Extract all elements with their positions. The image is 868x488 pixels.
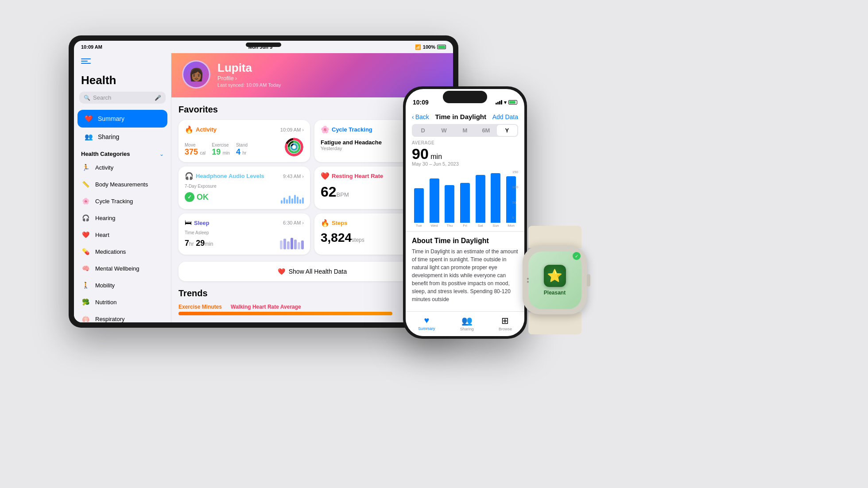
battery-percent: 100% — [423, 44, 435, 50]
trend-exercise: Exercise Minutes — [178, 304, 222, 310]
bar-tue-fill — [414, 188, 424, 223]
heart-label: Heart — [95, 232, 109, 238]
sleep-card[interactable]: 🛏 Sleep 6:30 AM › Time Asleep — [178, 213, 310, 255]
iphone-screen: 10:09 ▾ ‹ Ba — [406, 89, 524, 336]
search-bar[interactable]: 🔍 Search 🎤 — [79, 92, 166, 104]
headphone-icon: 🎧 — [185, 172, 194, 180]
sharing-nav-icon: 👥 — [84, 132, 93, 142]
cat-item-body[interactable]: 📏 Body Measurements — [74, 176, 171, 193]
iphone-status-right: ▾ — [496, 100, 517, 105]
medications-icon: 💊 — [80, 246, 91, 257]
cat-item-cycle[interactable]: 🌸 Cycle Tracking — [74, 193, 171, 209]
chevron-down-icon[interactable]: ⌄ — [159, 151, 164, 157]
cat-item-hearing[interactable]: 🎧 Hearing — [74, 209, 171, 226]
watch-nav-dots — [528, 278, 529, 283]
categories-title: Health Categories — [81, 151, 130, 157]
summary-label: Summary — [98, 115, 124, 122]
sidebar-item-sharing[interactable]: 👥 Sharing — [78, 128, 167, 146]
tab-summary[interactable]: ♥ Summary — [418, 315, 435, 331]
iphone-battery — [508, 100, 517, 105]
sidebar-header — [74, 58, 171, 72]
about-text: Time in Daylight is an estimate of the a… — [412, 248, 518, 303]
tab-d[interactable]: D — [413, 125, 433, 136]
cycle-label: Cycle Tracking — [95, 198, 133, 205]
steps-card-icon: 🔥 — [321, 219, 329, 227]
chart-date: May 30 – Jun 5, 2023 — [412, 161, 518, 167]
search-placeholder: Search — [93, 94, 152, 101]
activity-card[interactable]: 🔥 Activity 10:09 AM › — [178, 120, 310, 162]
heart-nav-icon: ❤️ — [84, 114, 93, 124]
tab-y[interactable]: Y — [497, 125, 517, 136]
watch-crown — [587, 274, 590, 287]
cat-item-respiratory[interactable]: 🫁 Respiratory — [74, 310, 171, 322]
mobility-icon: 🚶 — [80, 280, 91, 290]
summary-tab-label: Summary — [418, 326, 435, 331]
ipad-sidebar: Health 🔍 Search 🎤 ❤️ Summary 👥 Sharing — [74, 53, 171, 322]
trends-bar — [178, 312, 392, 315]
heart-card-title: Resting Heart Rate — [332, 173, 383, 179]
sleep-card-title: Sleep — [194, 220, 209, 226]
app-title: Health — [74, 72, 171, 92]
user-profile-link[interactable]: Profile › — [217, 75, 281, 81]
ipad-status-right: 📶 100% — [415, 44, 446, 50]
ipad-time: 10:09 AM — [81, 44, 102, 50]
tab-6m[interactable]: 6M — [476, 125, 496, 136]
iphone-tab-bar: ♥ Summary 👥 Sharing ⊞ Browse — [406, 311, 524, 336]
cat-item-medications[interactable]: 💊 Medications — [74, 243, 171, 260]
activity-card-title: Activity — [196, 126, 217, 133]
sidebar-collapse-icon[interactable] — [81, 58, 91, 66]
tab-w[interactable]: W — [434, 125, 454, 136]
move-value: 375 — [185, 147, 198, 156]
watch-dot-2 — [528, 281, 529, 283]
apple-watch: ✓ ⭐ Pleasant — [514, 226, 596, 323]
watch-check-icon: ✓ — [573, 252, 581, 260]
respiratory-icon: 🫁 — [80, 314, 91, 322]
signal-icon — [496, 100, 502, 105]
steps-card-title: Steps — [332, 220, 347, 226]
average-label: AVERAGE — [412, 140, 518, 145]
sleep-time: 6:30 AM › — [283, 220, 304, 225]
body-icon: 📏 — [80, 179, 91, 190]
about-title: About Time in Daylight — [412, 237, 518, 245]
headphone-card[interactable]: 🎧 Headphone Audio Levels 9:43 AM › 7-Day… — [178, 167, 310, 209]
cycle-icon: 🌸 — [80, 196, 91, 206]
sidebar-item-summary[interactable]: ❤️ Summary — [78, 110, 167, 128]
watch-dot-1 — [528, 278, 529, 279]
bar-thu: Thu — [442, 170, 457, 228]
exercise-label: Exercise — [212, 143, 230, 147]
ok-check-icon: ✓ — [185, 192, 194, 202]
browse-tab-label: Browse — [499, 327, 512, 331]
audio-visualization — [281, 190, 304, 204]
watch-band-bottom — [528, 312, 581, 334]
tab-browse[interactable]: ⊞ Browse — [499, 315, 512, 331]
tab-sharing[interactable]: 👥 Sharing — [460, 315, 474, 331]
bar-thu-fill — [445, 185, 454, 223]
stand-label: Stand — [236, 143, 248, 147]
ipad-device: 10:09 AM Mon Jun 5 📶 100% — [69, 35, 458, 328]
cat-item-mobility[interactable]: 🚶 Mobility — [74, 277, 171, 294]
cat-item-nutrition[interactable]: 🥦 Nutrition — [74, 294, 171, 310]
nutrition-label: Nutrition — [95, 299, 116, 306]
iphone-time: 10:09 — [413, 99, 429, 106]
trend-heart: Walking Heart Rate Average — [231, 304, 301, 310]
cat-item-mental[interactable]: 🧠 Mental Wellbeing — [74, 260, 171, 277]
stand-value: 4 — [236, 147, 240, 156]
add-data-button[interactable]: Add Data — [492, 113, 518, 120]
iphone-nav-title: Time in Daylight — [435, 113, 486, 120]
bar-mon: Mon — [504, 170, 518, 228]
ipad-status-bar: 10:09 AM Mon Jun 5 📶 100% — [74, 41, 453, 53]
show-all-label: Show All Health Data — [289, 268, 347, 275]
exposure-label: 7-Day Exposure — [185, 184, 304, 189]
ipad-camera — [246, 43, 281, 47]
mental-icon: 🧠 — [80, 263, 91, 274]
heart-rate-unit: BPM — [337, 191, 349, 198]
tab-m[interactable]: M — [455, 125, 475, 136]
back-button[interactable]: ‹ Back — [412, 113, 429, 120]
steps-unit: steps — [352, 237, 364, 243]
user-sync: Last synced: 10:09 AM Today — [217, 82, 281, 88]
bar-sat-fill — [476, 175, 485, 223]
sleep-minutes: 29 — [196, 239, 205, 248]
cat-item-heart[interactable]: ❤️ Heart — [74, 226, 171, 243]
cat-item-activity[interactable]: 🏃 Activity — [74, 159, 171, 176]
watch-label: Pleasant — [544, 290, 566, 296]
